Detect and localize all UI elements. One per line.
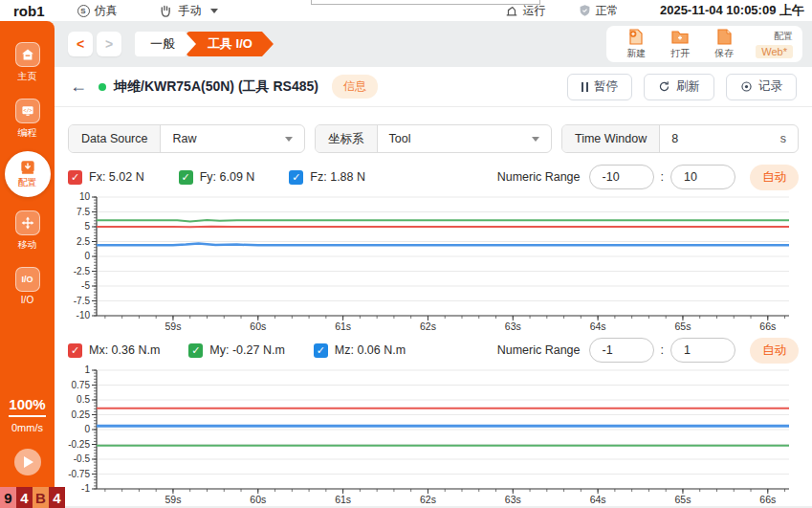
frame-value[interactable]: Tool bbox=[378, 125, 552, 152]
save-button[interactable]: 保存 bbox=[704, 28, 744, 60]
time-window-unit: s bbox=[780, 132, 786, 145]
config-label: 配置 bbox=[774, 30, 793, 43]
pause-icon bbox=[582, 82, 589, 92]
svg-text:-0.25: -0.25 bbox=[68, 439, 90, 450]
tab-general[interactable]: 一般 bbox=[135, 32, 196, 56]
force-range-min-input[interactable]: -10 bbox=[589, 165, 654, 189]
svg-text:1: 1 bbox=[84, 365, 90, 375]
chevron-down-icon bbox=[210, 9, 218, 13]
folder-open-icon bbox=[670, 28, 690, 46]
save-label: 保存 bbox=[714, 47, 734, 60]
run-icon bbox=[505, 5, 518, 17]
svg-text:65s: 65s bbox=[674, 320, 691, 332]
svg-text:-2.5: -2.5 bbox=[74, 266, 91, 276]
sidebar-item-io[interactable]: I/O I/O bbox=[15, 267, 40, 305]
refresh-label: 刷新 bbox=[676, 78, 700, 95]
legend-fz[interactable]: ✓ Fz: 1.88 N bbox=[289, 170, 365, 185]
simulation-icon: S bbox=[77, 5, 90, 17]
time-window-input-group: Time Window 8 s bbox=[561, 124, 799, 153]
force-auto-button[interactable]: 自动 bbox=[750, 165, 799, 190]
torque-range-max-input[interactable]: 1 bbox=[670, 338, 735, 363]
svg-text:-5: -5 bbox=[81, 280, 90, 291]
svg-text:-0.5: -0.5 bbox=[74, 453, 91, 464]
record-button[interactable]: 记录 bbox=[726, 74, 797, 100]
new-button[interactable]: 新建 bbox=[616, 28, 656, 60]
force-range-max-input[interactable]: 10 bbox=[670, 165, 735, 189]
sidebar-item-config[interactable]: 配置 bbox=[5, 151, 51, 197]
my-checkbox[interactable]: ✓ bbox=[188, 343, 203, 358]
status-badge: 9 bbox=[0, 487, 16, 508]
torque-auto-button[interactable]: 自动 bbox=[750, 338, 799, 364]
legend-fy[interactable]: ✓ Fy: 6.09 N bbox=[179, 170, 255, 185]
status-badge: B bbox=[33, 487, 49, 508]
datetime: 2025-11-04 10:05:09 上午 bbox=[660, 2, 804, 19]
device-header: ← 坤维/KWR75A(50N) (工具 RS485) 信息 暂停 刷新 bbox=[55, 67, 812, 107]
info-badge[interactable]: 信息 bbox=[332, 75, 378, 99]
sidebar-item-program[interactable]: </> 编程 bbox=[15, 99, 40, 140]
fx-checkbox[interactable]: ✓ bbox=[68, 170, 82, 185]
svg-text:62s: 62s bbox=[420, 494, 436, 505]
force-chart: -10-7.5-5-2.502.557.51059s60s61s62s63s64… bbox=[68, 192, 799, 336]
sidebar: 主页 </> 编程 配置 移动 I/O I/O 100% 0mm/s bbox=[0, 21, 55, 508]
svg-text:63s: 63s bbox=[505, 494, 521, 505]
fz-value: Fz: 1.88 N bbox=[310, 170, 365, 184]
data-source-select: Data Source Raw bbox=[68, 124, 305, 153]
speed-percent[interactable]: 100% bbox=[9, 396, 45, 417]
simulation-toggle[interactable]: S 仿真 bbox=[77, 3, 118, 19]
open-button[interactable]: 打开 bbox=[660, 28, 700, 60]
fz-checkbox[interactable]: ✓ bbox=[289, 170, 303, 185]
pause-button[interactable]: 暂停 bbox=[567, 74, 633, 100]
data-source-label: Data Source bbox=[69, 125, 161, 152]
torque-range-min-input[interactable]: -1 bbox=[589, 338, 654, 363]
force-legend-row: ✓ Fx: 5.02 N ✓ Fy: 6.09 N ✓ Fz: 1.88 N N… bbox=[68, 165, 799, 189]
mode-dropdown[interactable]: 手动 bbox=[158, 3, 218, 19]
fy-checkbox[interactable]: ✓ bbox=[179, 170, 193, 185]
config-web-button[interactable]: 配置 Web* bbox=[756, 30, 793, 58]
nav-back-button[interactable]: < bbox=[68, 32, 93, 56]
tab-tool-io[interactable]: 工具 I/O bbox=[187, 32, 274, 56]
shield-icon bbox=[579, 4, 591, 17]
svg-text:0.75: 0.75 bbox=[72, 380, 91, 390]
save-icon bbox=[714, 28, 734, 46]
legend-fx[interactable]: ✓ Fx: 5.02 N bbox=[68, 170, 144, 185]
health-status: 正常 bbox=[579, 3, 619, 19]
mode-label: 手动 bbox=[179, 3, 202, 19]
mz-checkbox[interactable]: ✓ bbox=[314, 343, 328, 358]
sidebar-item-home[interactable]: 主页 bbox=[15, 42, 40, 83]
mx-checkbox[interactable]: ✓ bbox=[68, 343, 82, 358]
file-new-icon bbox=[626, 28, 646, 46]
data-source-value[interactable]: Raw bbox=[161, 125, 304, 152]
play-button[interactable] bbox=[14, 449, 41, 475]
nav-forward-button[interactable]: > bbox=[97, 32, 121, 56]
fy-value: Fy: 6.09 N bbox=[200, 170, 255, 184]
run-status: 运行 bbox=[505, 3, 546, 19]
record-label: 记录 bbox=[758, 78, 782, 95]
svg-text:0: 0 bbox=[84, 424, 90, 434]
back-arrow-icon[interactable]: ← bbox=[70, 77, 87, 97]
new-label: 新建 bbox=[626, 47, 646, 60]
time-window-label: Time Window bbox=[562, 125, 660, 152]
svg-text:62s: 62s bbox=[420, 320, 436, 332]
svg-text:60s: 60s bbox=[250, 494, 266, 505]
corner-status-badges: 9 4 B 4 bbox=[0, 487, 65, 508]
svg-text:64s: 64s bbox=[590, 320, 606, 332]
refresh-button[interactable]: 刷新 bbox=[644, 74, 714, 100]
config-icon bbox=[19, 160, 36, 175]
chevron-down-icon bbox=[285, 137, 293, 142]
time-window-input[interactable]: 8 s bbox=[660, 125, 798, 152]
legend-mz[interactable]: ✓ Mz: 0.06 N.m bbox=[314, 343, 406, 358]
svg-text:</>: </> bbox=[23, 107, 32, 113]
legend-my[interactable]: ✓ My: -0.27 N.m bbox=[188, 343, 285, 358]
torque-legend-row: ✓ Mx: 0.36 N.m ✓ My: -0.27 N.m ✓ Mz: 0.0… bbox=[68, 338, 799, 363]
legend-mx[interactable]: ✓ Mx: 0.36 N.m bbox=[68, 343, 160, 358]
numeric-range-label: Numeric Range bbox=[497, 170, 581, 184]
config-web-badge: Web* bbox=[756, 45, 793, 58]
svg-text:10: 10 bbox=[79, 192, 91, 202]
svg-text:65s: 65s bbox=[674, 494, 691, 505]
sidebar-item-move[interactable]: 移动 bbox=[15, 210, 40, 252]
svg-text:66s: 66s bbox=[759, 494, 776, 505]
mx-value: Mx: 0.36 N.m bbox=[89, 343, 160, 357]
record-icon bbox=[740, 80, 753, 93]
svg-text:63s: 63s bbox=[505, 320, 521, 332]
sidebar-item-label: I/O bbox=[21, 295, 33, 305]
